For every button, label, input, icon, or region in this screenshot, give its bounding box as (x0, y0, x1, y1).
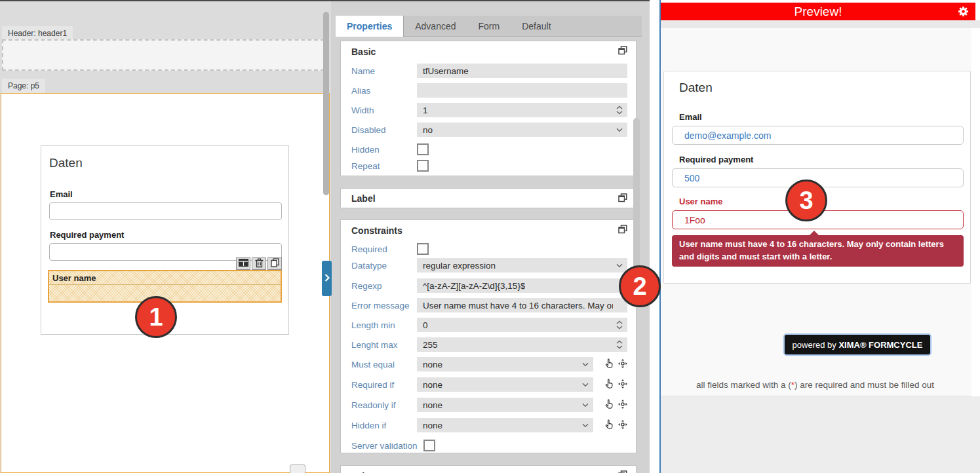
username-element-label: User name (49, 271, 281, 285)
tab-form[interactable]: Form (467, 16, 511, 37)
tab-advanced[interactable]: Advanced (404, 16, 467, 37)
row-length-max: Lenght max 255 (351, 337, 627, 352)
section-basic: Basic Name tfUsername Alias Width 1 Disa… (340, 41, 637, 176)
hand-pointer-icon[interactable] (605, 379, 614, 390)
formcycle-form-designer: Header: header1 Page: p5 Daten Email Req… (0, 0, 980, 473)
page-resize-handle[interactable] (290, 464, 305, 473)
chevron-down-icon (616, 263, 623, 268)
required-checkbox[interactable] (417, 243, 429, 255)
row-required: Required (351, 242, 627, 256)
copy-icon (271, 258, 279, 269)
tab-default[interactable]: Default (511, 16, 562, 37)
error-message-label: Error message (351, 301, 417, 311)
tab-properties[interactable]: Properties (336, 16, 404, 37)
window-restore-icon[interactable] (618, 225, 627, 234)
hand-pointer-icon[interactable] (605, 399, 614, 411)
name-value: tfUsername (423, 66, 469, 76)
hand-pointer-icon[interactable] (605, 419, 614, 431)
page-canvas[interactable]: Daten Email Required payment (1, 93, 330, 473)
page-element-tag: Page: p5 (2, 79, 45, 93)
move-crosshair-icon[interactable] (618, 400, 627, 411)
canvas-scrollbar[interactable] (323, 12, 329, 195)
readonly-if-select[interactable]: none (417, 398, 593, 412)
row-name: Name tfUsername (351, 64, 627, 78)
preview-payment-label: Required payment (679, 155, 753, 164)
note-text-post: ) are required and must be filled out (794, 380, 934, 390)
chevron-down-icon (582, 383, 589, 387)
disabled-select[interactable]: no (417, 123, 627, 137)
hidden-checkbox[interactable] (417, 143, 429, 155)
spinner-icon[interactable] (616, 320, 623, 330)
header-element-tag: Header: header1 (2, 26, 73, 41)
required-fields-note: all fields marked with a (*) are require… (661, 380, 970, 390)
header-placeholder[interactable] (2, 39, 324, 71)
insert-table-button[interactable] (236, 257, 250, 270)
datatype-select[interactable]: regular expression (417, 258, 627, 273)
error-message-input[interactable]: User name must have 4 to 16 characters. … (417, 298, 627, 312)
chevron-down-icon (616, 128, 623, 132)
spinner-icon[interactable] (616, 340, 623, 349)
hidden-if-value: none (423, 421, 442, 430)
length-max-value: 255 (423, 340, 438, 350)
section-constraints: Constraints Required Datatype regular ex… (340, 219, 637, 453)
preview-email-input[interactable]: demo@example.com (672, 126, 964, 145)
window-restore-icon[interactable] (618, 46, 627, 55)
hand-pointer-icon[interactable] (605, 358, 614, 370)
length-max-label: Lenght max (351, 340, 417, 350)
required-if-select[interactable]: none (417, 377, 593, 392)
width-label: Width (351, 105, 417, 115)
required-if-value: none (423, 380, 442, 390)
properties-panel: Properties Advanced Form Default Basic N… (331, 0, 650, 473)
alias-input[interactable] (417, 83, 627, 98)
preview-footer-background (661, 396, 980, 473)
row-hidden-if: Hidden if none (351, 418, 627, 432)
error-message-value: User name must have 4 to 16 characters. … (423, 301, 613, 311)
powered-by-button[interactable]: powered by XIMA® FORMCYCLE (783, 333, 931, 356)
preview-username-label: User name (679, 197, 722, 206)
repeat-checkbox[interactable] (417, 160, 429, 172)
move-crosshair-icon[interactable] (618, 359, 627, 370)
hidden-if-label: Hidden if (351, 421, 417, 430)
section-constraints-title: Constraints (351, 225, 402, 236)
powered-by-prefix: powered by (793, 340, 836, 350)
copy-element-button[interactable] (267, 257, 282, 270)
window-restore-icon[interactable] (618, 470, 627, 473)
preview-email-value: demo@example.com (684, 130, 772, 141)
row-width: Width 1 (351, 103, 627, 117)
length-min-value: 0 (423, 320, 428, 330)
gear-icon[interactable] (957, 5, 970, 18)
table-icon (239, 259, 248, 269)
row-required-if: Required if none (351, 377, 627, 392)
row-readonly-if: Readonly if none (351, 398, 627, 412)
window-restore-icon[interactable] (618, 193, 627, 202)
width-stepper[interactable]: 1 (417, 103, 627, 117)
name-input[interactable]: tfUsername (417, 64, 627, 78)
email-input[interactable] (49, 202, 282, 220)
length-min-stepper[interactable]: 0 (417, 318, 627, 332)
must-equal-select[interactable]: none (417, 357, 593, 371)
panel-expand-tab[interactable] (322, 261, 332, 296)
form-title: Daten (49, 156, 83, 170)
section-label-title: Label (351, 193, 376, 204)
length-min-label: Length min (351, 320, 417, 330)
name-label: Name (351, 66, 417, 76)
regexp-value: ^[a-zA-Z][a-zA-Z\d]{3,15}$ (423, 281, 525, 291)
hidden-if-select[interactable]: none (417, 418, 593, 432)
length-max-stepper[interactable]: 255 (417, 337, 627, 352)
spinner-icon[interactable] (616, 105, 623, 115)
row-server-validation: Server validation (351, 438, 627, 453)
delete-element-button[interactable] (252, 257, 266, 270)
required-if-label: Required if (351, 380, 417, 390)
repeat-label: Repeat (351, 161, 417, 171)
move-crosshair-icon[interactable] (618, 379, 627, 390)
section-value: Value (340, 465, 637, 473)
chevron-down-icon (582, 362, 589, 367)
preview-email-label: Email (679, 112, 702, 122)
must-equal-label: Must equal (351, 360, 417, 369)
server-validation-checkbox[interactable] (423, 440, 435, 451)
regexp-input[interactable]: ^[a-zA-Z][a-zA-Z\d]{3,15}$ (417, 278, 627, 293)
move-crosshair-icon[interactable] (618, 420, 627, 431)
row-repeat: Repeat (351, 159, 627, 173)
disabled-label: Disabled (351, 125, 417, 135)
preview-title: Preview! (794, 5, 842, 19)
